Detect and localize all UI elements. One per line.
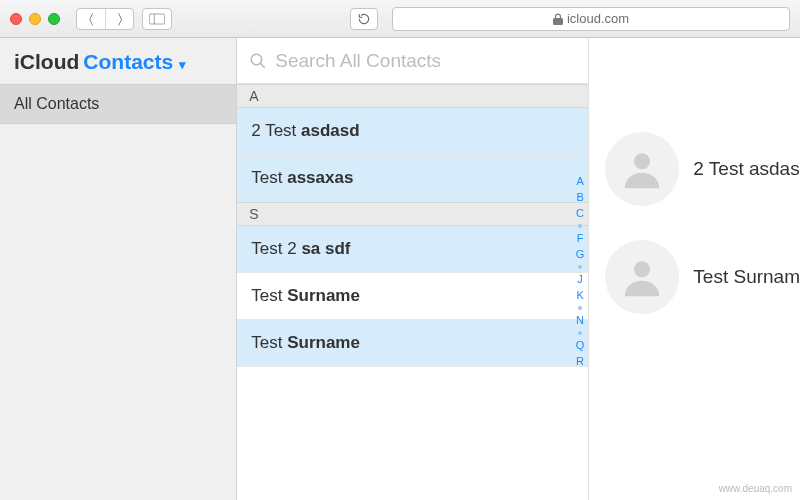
svg-point-4 [634, 153, 650, 169]
contacts-list-panel: A 2 Test asdasd Test assaxas S Test 2 sa… [237, 38, 589, 500]
contact-prefix: Test [251, 168, 287, 187]
detail-name: Test Surnam [693, 266, 800, 288]
alpha-index-letter[interactable]: N [576, 315, 584, 326]
alpha-index-dot[interactable] [578, 331, 582, 335]
minimize-window-button[interactable] [29, 13, 41, 25]
app-section-label: Contacts [83, 50, 173, 74]
contact-bold: assaxas [287, 168, 353, 187]
contact-row[interactable]: 2 Test asdasd [237, 108, 588, 155]
reload-button[interactable] [350, 8, 378, 30]
chevron-down-icon: ▾ [179, 57, 186, 72]
alpha-index-letter[interactable]: A [576, 176, 583, 187]
alpha-index-letter[interactable]: C [576, 208, 584, 219]
groups-sidebar: iCloud Contacts ▾ All Contacts [0, 38, 237, 500]
contacts-app: iCloud Contacts ▾ All Contacts A 2 Test … [0, 38, 800, 500]
svg-line-3 [261, 63, 266, 68]
alpha-index-dot[interactable] [578, 265, 582, 269]
alpha-index-letter[interactable]: J [577, 274, 583, 285]
contact-row[interactable]: Test 2 sa sdf [237, 226, 588, 273]
watermark: www.deuaq.com [719, 483, 792, 494]
forward-button[interactable]: 〉 [105, 9, 133, 29]
contact-row[interactable]: Test Surname [237, 320, 588, 367]
show-sidebar-button[interactable] [142, 8, 172, 30]
contact-bold: sa sdf [301, 239, 350, 258]
back-button[interactable]: 〈 [77, 9, 105, 29]
contact-prefix: Test [251, 286, 287, 305]
reload-icon [357, 12, 371, 26]
detail-card: Test Surnam [589, 232, 800, 340]
alpha-index-letter[interactable]: B [576, 192, 583, 203]
close-window-button[interactable] [10, 13, 22, 25]
contact-bold: asdasd [301, 121, 360, 140]
alpha-index-letter[interactable]: F [577, 233, 584, 244]
svg-rect-0 [149, 14, 164, 24]
person-icon [619, 146, 665, 192]
section-header-a: A [237, 84, 588, 108]
alpha-index-dot[interactable] [578, 224, 582, 228]
svg-point-5 [634, 261, 650, 277]
lock-icon [553, 13, 563, 25]
sidebar-icon [149, 13, 165, 25]
detail-card: 2 Test asdas [589, 124, 800, 232]
contact-row[interactable]: Test Surname [237, 273, 588, 320]
person-icon [619, 254, 665, 300]
contact-prefix: 2 Test [251, 121, 301, 140]
nav-buttons: 〈 〉 [76, 8, 134, 30]
alpha-index-dot[interactable] [578, 306, 582, 310]
avatar [605, 240, 679, 314]
contact-row[interactable]: Test assaxas [237, 155, 588, 202]
window-controls [10, 13, 60, 25]
address-bar[interactable]: icloud.com [392, 7, 790, 31]
contact-detail-panel: 2 Test asdas Test Surnam [589, 38, 800, 500]
maximize-window-button[interactable] [48, 13, 60, 25]
contact-prefix: Test [251, 333, 287, 352]
alpha-index[interactable]: ABCFGJKNQR [576, 176, 585, 367]
svg-point-2 [252, 54, 263, 65]
detail-name: 2 Test asdas [693, 158, 799, 180]
contact-bold: Surname [287, 286, 360, 305]
url-host-text: icloud.com [567, 11, 629, 26]
alpha-index-letter[interactable]: K [576, 290, 583, 301]
alpha-index-letter[interactable]: R [576, 356, 584, 367]
alpha-index-letter[interactable]: Q [576, 340, 585, 351]
sidebar-item-all-contacts[interactable]: All Contacts [0, 84, 236, 124]
search-row [237, 38, 588, 84]
app-title-dropdown[interactable]: iCloud Contacts ▾ [0, 38, 236, 84]
app-brand-label: iCloud [14, 50, 79, 74]
alpha-index-letter[interactable]: G [576, 249, 585, 260]
search-input[interactable] [275, 50, 576, 72]
search-icon [249, 52, 267, 70]
contact-bold: Surname [287, 333, 360, 352]
contact-prefix: Test 2 [251, 239, 301, 258]
section-header-s: S [237, 202, 588, 226]
browser-toolbar: 〈 〉 icloud.com [0, 0, 800, 38]
avatar [605, 132, 679, 206]
